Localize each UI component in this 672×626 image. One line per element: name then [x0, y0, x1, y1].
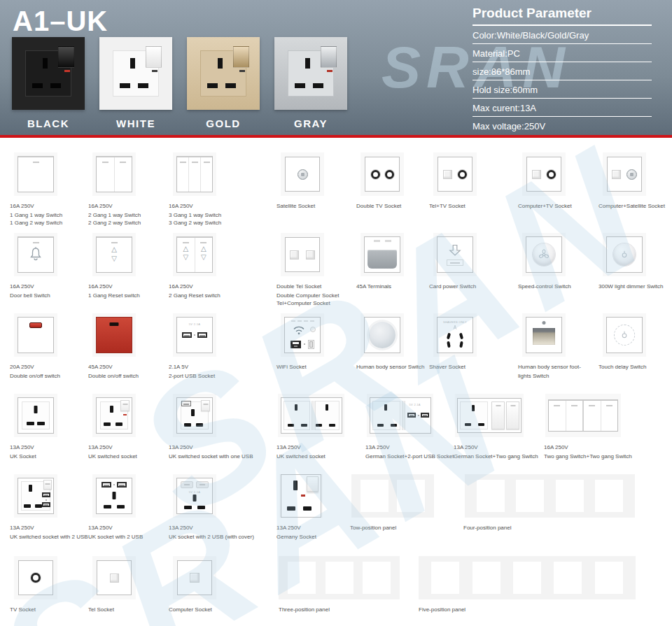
product-label-line: UK Socket [10, 453, 57, 460]
product-label-line: 13A 250V [276, 524, 323, 532]
product-cell: △▽16A 250V1 Gang Reset switch [88, 233, 140, 299]
product-label: Human body sensor foot-lights Switch [518, 363, 581, 380]
product-label-line: 13A 250V [88, 524, 143, 532]
panel-5-thumbnail [419, 556, 636, 599]
usb-2-thumbnail: 5V 2.1A [173, 313, 216, 357]
product-label-line: Touch delay Switch [598, 363, 646, 371]
product-label-line: 13A 250V [88, 443, 137, 451]
product-cell: Tel+TV Socket [429, 152, 477, 211]
panel-position [288, 562, 316, 594]
parameter-title: Product Parameter [472, 6, 652, 26]
computer-satellite-thumbnail [603, 152, 646, 196]
rocker-switch [146, 46, 162, 68]
rocker-switch [321, 46, 337, 68]
product-label-line: 13A 250V [169, 443, 253, 451]
product-cell: 16A 250V1 Gang 1 way Switch1 Gang 2 way … [10, 152, 62, 227]
panel-4-thumbnail [465, 474, 635, 518]
indicator-led [152, 70, 158, 72]
product-label: 13A 250VGemany Socket [276, 524, 323, 541]
product-label: 13A 250VUK switched socket [88, 443, 137, 460]
product-label-line: UK switched socket [88, 453, 137, 460]
indicator-led [327, 70, 332, 72]
product-label: Speed-control Switch [518, 283, 571, 290]
tv-thumbnail [14, 556, 57, 599]
product-label-line: 300W light dimmer Switch [598, 283, 663, 290]
product-label-line: Tel+Computer Socket [276, 299, 339, 307]
panel-position [431, 562, 459, 594]
product-cell: 5V 2.1A13A 250VGerman Socket+2-port USB … [365, 394, 454, 460]
panel-position [595, 480, 623, 512]
product-label-line: TV Socket [10, 606, 57, 613]
product-cell: Double TV Socket [356, 152, 404, 211]
product-label: 13A 250VUK switched socket with 2 USB [10, 524, 88, 541]
product-label: 16A 250V2 Gang 1 way Switch2 Gang 2 way … [88, 202, 141, 227]
product-label-line: Computer+TV Socket [518, 202, 572, 210]
german-2switch-thumbnail [455, 394, 524, 437]
product-cell: SHAVERS ONLYShaver Socket [429, 313, 477, 372]
product-label-line: 13A 250V [276, 443, 344, 451]
red-divider [0, 135, 672, 138]
product-label: Double Tel SocketDouble Computer SocketT… [276, 283, 339, 307]
panel-position [516, 480, 544, 512]
tel-thumbnail [92, 556, 136, 599]
product-cell: Three-position panel [279, 556, 400, 615]
product-label-line: Shaver Socket [429, 363, 477, 371]
doorbell-thumbnail [14, 233, 57, 276]
product-parameter-panel: Product Parameter Color:White/Black/Gold… [472, 6, 652, 134]
white-socket-image [99, 37, 172, 110]
product-label-line: Speed-control Switch [518, 283, 571, 290]
product-label-line: 45A 250V [88, 363, 139, 371]
black-socket-image [12, 37, 85, 110]
product-cell: 16A 250VTwo gang Switch+Two gang Switch [544, 394, 632, 460]
german-usb-thumbnail: 5V 2.1A [367, 394, 433, 437]
product-label: Human body sensor Switch [356, 363, 424, 371]
product-cell: 5V 2.1A2.1A 5V2-port USB Socket [169, 313, 216, 380]
product-cell: 13A 250VUK switched socket [88, 394, 137, 460]
panel-position [363, 562, 391, 594]
panel-2-thumbnail [351, 474, 434, 518]
product-label: 45A Terminals [356, 283, 404, 290]
product-cell: Card power Switch [429, 233, 477, 292]
product-label-line: Tel Socket [88, 606, 136, 613]
product-label-line: 16A 250V [169, 202, 221, 210]
product-label-line: Three-position panel [279, 606, 400, 613]
uk-2usb-cover-thumbnail: 5V 2.1A [173, 474, 216, 518]
product-cell: 45A Terminals [356, 233, 404, 292]
parameter-row-max-voltage: Max voltage:250V [472, 117, 652, 134]
product-label-line: 13A 250V [10, 443, 57, 451]
product-label-line: German Socket+Two gang Switch [454, 453, 538, 460]
product-cell: 16A 250VDoor bell Switch [10, 233, 57, 299]
product-label-line: 13A 250V [10, 524, 88, 532]
product-label-line: Double Tel Socket [276, 283, 339, 290]
variant-label: BLACK [12, 118, 85, 129]
product-label-line: 2-port USB Socket [169, 372, 216, 380]
product-label: 16A 250VDoor bell Switch [10, 283, 57, 299]
product-label-line: lights Switch [518, 372, 581, 380]
product-label: Tel Socket [88, 606, 136, 613]
page-title: A1–UK [13, 6, 108, 37]
product-label-line: 20A 250V [10, 363, 60, 371]
panel-3-thumbnail [279, 556, 400, 599]
gray-socket-image [274, 37, 347, 110]
product-label: WiFi Socket [276, 363, 324, 371]
product-cell: 16A 250V3 Gang 1 way Switch3 Gang 2 way … [169, 152, 221, 227]
product-label-line: 16A 250V [88, 202, 141, 210]
product-label-line: 2 Gang Reset switch [169, 292, 220, 299]
product-label: 16A 250V1 Gang Reset switch [88, 283, 140, 299]
product-label-line: Double on/off switch [88, 372, 139, 380]
panel-position [472, 562, 500, 594]
product-label: 13A 250VUK switched socket [276, 443, 344, 460]
panel-position [326, 562, 354, 594]
product-label-line: Four-position panel [463, 524, 635, 532]
product-label-line: 13A 250V [169, 524, 254, 532]
computer-thumbnail [173, 556, 216, 599]
parameter-row-hold-size: Hold size:60mm [472, 80, 652, 99]
product-cell: Computer Socket [169, 556, 216, 615]
panel-position [595, 562, 623, 594]
product-label-line: Double Computer Socket [276, 292, 339, 299]
product-label: 16A 250VTwo gang Switch+Two gang Switch [544, 443, 632, 460]
product-label-line: 16A 250V [10, 202, 62, 210]
uk-double-thumbnail [278, 394, 344, 437]
product-label: 2.1A 5V2-port USB Socket [169, 363, 216, 380]
product-label-line: 16A 250V [544, 443, 632, 451]
